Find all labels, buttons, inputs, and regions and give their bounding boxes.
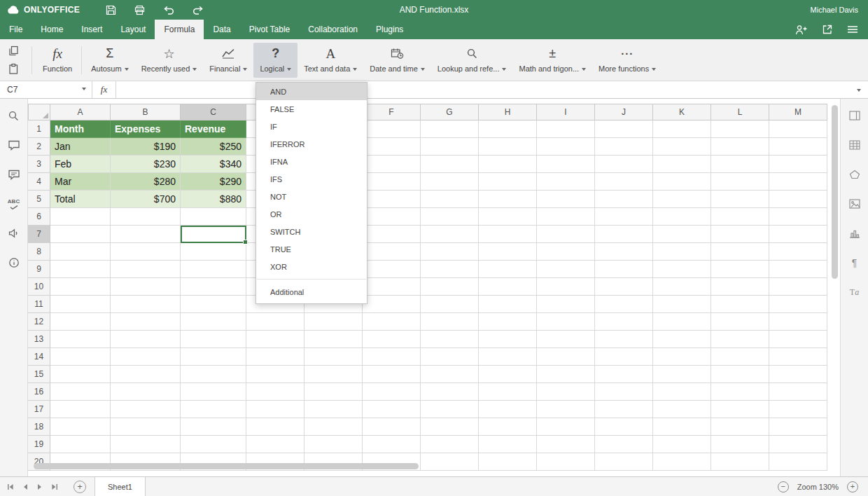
cell-H7[interactable] bbox=[479, 226, 537, 243]
menu-item-or[interactable]: OR bbox=[256, 205, 367, 223]
cell-E18[interactable] bbox=[304, 418, 363, 436]
toolbar-button-recently-used[interactable]: ☆Recently used bbox=[135, 43, 204, 78]
cell-B6[interactable] bbox=[111, 208, 181, 226]
cell-B10[interactable] bbox=[111, 278, 181, 296]
cell-M16[interactable] bbox=[769, 383, 827, 401]
cell-E16[interactable] bbox=[304, 383, 363, 401]
toolbar-button-text-and-data[interactable]: AText and data bbox=[298, 43, 363, 78]
cell-K11[interactable] bbox=[653, 296, 711, 313]
row-header-19[interactable]: 19 bbox=[28, 436, 50, 453]
row-header-9[interactable]: 9 bbox=[28, 261, 50, 278]
search-icon[interactable] bbox=[7, 109, 21, 123]
cell-F10[interactable] bbox=[363, 278, 421, 296]
cell-C3[interactable]: $340 bbox=[181, 156, 246, 173]
cell-H14[interactable] bbox=[479, 348, 537, 366]
column-header-b[interactable]: B bbox=[111, 104, 181, 120]
cell-L16[interactable] bbox=[711, 383, 769, 401]
cell-J14[interactable] bbox=[595, 348, 653, 366]
cell-M2[interactable] bbox=[769, 138, 827, 156]
menu-item-if[interactable]: IF bbox=[256, 118, 367, 135]
toolbar-button-more-functions[interactable]: ···More functions bbox=[592, 43, 662, 78]
cell-L4[interactable] bbox=[711, 173, 769, 191]
cell-K15[interactable] bbox=[653, 366, 711, 383]
cell-I18[interactable] bbox=[537, 418, 595, 436]
cell-B1[interactable]: Expenses bbox=[111, 120, 181, 138]
cell-C2[interactable]: $250 bbox=[181, 138, 246, 156]
cell-K9[interactable] bbox=[653, 261, 711, 278]
cell-A18[interactable] bbox=[50, 418, 111, 436]
cell-K13[interactable] bbox=[653, 331, 711, 348]
add-sheet-button[interactable]: + bbox=[74, 481, 86, 493]
cell-C19[interactable] bbox=[181, 436, 246, 453]
cell-E12[interactable] bbox=[304, 313, 363, 331]
cell-H12[interactable] bbox=[479, 313, 537, 331]
cell-G10[interactable] bbox=[421, 278, 479, 296]
cell-K20[interactable] bbox=[653, 453, 711, 471]
cell-J10[interactable] bbox=[595, 278, 653, 296]
cell-C16[interactable] bbox=[181, 383, 246, 401]
cell-C6[interactable] bbox=[181, 208, 246, 226]
cell-E13[interactable] bbox=[304, 331, 363, 348]
toolbar-button-logical[interactable]: ?Logical bbox=[253, 43, 298, 78]
cell-M1[interactable] bbox=[769, 120, 827, 138]
cell-G15[interactable] bbox=[421, 366, 479, 383]
chevron-down-icon[interactable] bbox=[82, 88, 86, 92]
column-header-h[interactable]: H bbox=[479, 104, 537, 120]
cell-M5[interactable] bbox=[769, 191, 827, 208]
cell-B8[interactable] bbox=[111, 243, 181, 261]
cell-C18[interactable] bbox=[181, 418, 246, 436]
cell-B9[interactable] bbox=[111, 261, 181, 278]
cell-A7[interactable] bbox=[50, 226, 111, 243]
cell-I13[interactable] bbox=[537, 331, 595, 348]
cell-G12[interactable] bbox=[421, 313, 479, 331]
column-header-c[interactable]: C bbox=[181, 104, 246, 120]
chart-settings-icon[interactable] bbox=[848, 226, 862, 240]
cell-L15[interactable] bbox=[711, 366, 769, 383]
about-icon[interactable] bbox=[7, 256, 21, 270]
menu-item-and[interactable]: AND bbox=[256, 83, 367, 100]
toolbar-button-autosum[interactable]: ΣAutosum bbox=[85, 43, 134, 78]
toolbar-button-math-and-trigon[interactable]: ±Math and trigon... bbox=[512, 43, 592, 78]
cell-G8[interactable] bbox=[421, 243, 479, 261]
cell-A6[interactable] bbox=[50, 208, 111, 226]
cell-J13[interactable] bbox=[595, 331, 653, 348]
cell-L3[interactable] bbox=[711, 156, 769, 173]
insert-function-button[interactable]: fx bbox=[92, 81, 116, 98]
open-file-location-icon[interactable] bbox=[822, 24, 833, 35]
cell-H9[interactable] bbox=[479, 261, 537, 278]
add-user-icon[interactable] bbox=[794, 25, 808, 35]
first-sheet-button[interactable] bbox=[7, 483, 14, 490]
cell-K4[interactable] bbox=[653, 173, 711, 191]
cell-H11[interactable] bbox=[479, 296, 537, 313]
column-header-i[interactable]: I bbox=[537, 104, 595, 120]
cell-D12[interactable] bbox=[246, 313, 304, 331]
row-header-2[interactable]: 2 bbox=[28, 138, 50, 156]
cell-J18[interactable] bbox=[595, 418, 653, 436]
cell-M8[interactable] bbox=[769, 243, 827, 261]
cell-B5[interactable]: $700 bbox=[111, 191, 181, 208]
cell-G20[interactable] bbox=[421, 453, 479, 471]
row-header-11[interactable]: 11 bbox=[28, 296, 50, 313]
menu-item-ifna[interactable]: IFNA bbox=[256, 153, 367, 170]
cell-I8[interactable] bbox=[537, 243, 595, 261]
cell-G5[interactable] bbox=[421, 191, 479, 208]
cell-A5[interactable]: Total bbox=[50, 191, 111, 208]
next-sheet-button[interactable] bbox=[36, 483, 43, 490]
column-header-g[interactable]: G bbox=[421, 104, 479, 120]
cell-M19[interactable] bbox=[769, 436, 827, 453]
last-sheet-button[interactable] bbox=[51, 483, 58, 490]
cell-A11[interactable] bbox=[50, 296, 111, 313]
cell-I6[interactable] bbox=[537, 208, 595, 226]
cell-A17[interactable] bbox=[50, 401, 111, 418]
table-settings-icon[interactable] bbox=[848, 138, 862, 152]
cell-G7[interactable] bbox=[421, 226, 479, 243]
menu-tab-data[interactable]: Data bbox=[204, 20, 239, 39]
cell-A4[interactable]: Mar bbox=[50, 173, 111, 191]
cell-J4[interactable] bbox=[595, 173, 653, 191]
cell-G19[interactable] bbox=[421, 436, 479, 453]
cell-D15[interactable] bbox=[246, 366, 304, 383]
cell-name-box[interactable]: C7 bbox=[0, 81, 92, 98]
toolbar-button-lookup-and-refe[interactable]: Lookup and refe... bbox=[431, 43, 513, 78]
cell-M4[interactable] bbox=[769, 173, 827, 191]
menu-tab-formula[interactable]: Formula bbox=[155, 20, 204, 39]
